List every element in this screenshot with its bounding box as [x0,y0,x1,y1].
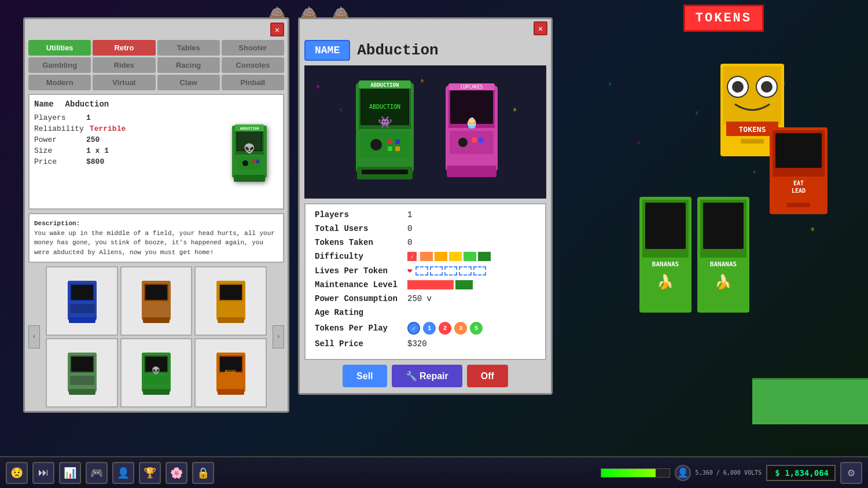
svg-text:⚡: ⚡ [339,107,343,113]
tab-retro[interactable]: Retro [93,40,155,56]
toolbar-stats-button[interactable]: 📊 [59,462,81,484]
machine-title: Abduction [357,42,438,59]
svg-text:♦: ♦ [316,83,320,91]
grid-item-5[interactable]: 👽 [120,338,193,408]
detail-age-rating-label: Age Rating [315,308,407,317]
toolbar-staff-button[interactable]: 👤 [112,462,134,484]
tab-gambling[interactable]: Gambling [28,57,91,73]
tab-racing[interactable]: Racing [157,57,220,73]
toolbar-games-button[interactable]: 🎮 [86,462,108,484]
svg-point-17 [761,81,773,93]
detail-players-value: 1 [407,210,412,219]
sell-button[interactable]: Sell [343,365,387,387]
maintenance-bar [407,280,473,289]
name-label: Name [34,100,54,109]
right-panel-close-button[interactable]: ✕ [534,21,547,35]
svg-rect-62 [219,304,243,313]
bottom-toolbar: 😟 ⏭ 📊 🎮 👤 🏆 🌸 🔒 👤 5,360 / 6,000 VOLTS $ … [0,456,868,488]
svg-rect-81 [304,65,546,199]
lives-bar: ❤️ [407,266,486,276]
difficulty-bar: ✓ [407,252,491,261]
grid-item-4[interactable] [46,338,118,408]
svg-rect-68 [69,389,95,395]
svg-text:LEAD: LEAD [792,188,806,194]
item-detail-card: Name Abduction Players 1 Reliability Ter… [28,94,284,210]
svg-rect-99 [395,140,400,144]
players-label: Players [34,113,80,122]
lives-seg-2 [430,266,443,276]
toolbar-decor-button[interactable]: 🌸 [165,462,187,484]
grid-item-3[interactable] [194,266,267,336]
scroll-right-button[interactable]: › [273,325,284,348]
tab-claw[interactable]: Claw [157,75,220,90]
svg-rect-111 [450,131,494,154]
tab-utilities[interactable]: Utilities [28,40,91,56]
svg-text:🧁: 🧁 [465,116,479,129]
grid-item-6[interactable]: BOOD [194,338,267,408]
detail-sell-price-label: Sell Price [315,339,407,348]
token-option-5[interactable]: 5 [470,322,483,335]
detail-power-value: 250 v [407,294,432,303]
tokens-per-play-selector: ✓ 1 2 3 5 [407,322,484,335]
grid-item-1[interactable] [46,266,118,336]
repair-button[interactable]: 🔧 Repair [392,365,462,387]
detail-total-users-value: 0 [407,224,412,233]
svg-text:ABDUCTION: ABDUCTION [369,104,400,110]
token-option-2[interactable]: 2 [439,322,451,335]
off-button[interactable]: Off [467,365,508,387]
diff-seg-5 [478,252,491,261]
price-value: $800 [86,157,104,166]
detail-sell-price-value: $320 [407,339,427,348]
tab-modern[interactable]: Modern [28,75,91,90]
scroll-left-button[interactable]: ‹ [28,325,40,348]
detail-tokens-taken-label: Tokens Taken [315,238,407,247]
tab-consoles[interactable]: Consoles [222,57,284,73]
grid-item-2[interactable] [120,266,193,336]
svg-rect-98 [388,140,392,144]
toolbar-fast-forward-button[interactable]: ⏭ [32,462,54,484]
token-option-3[interactable]: 3 [454,322,467,335]
svg-rect-53 [69,317,95,323]
svg-point-97 [370,139,382,151]
svg-point-114 [478,137,484,143]
toolbar-lock-button[interactable]: 🔒 [192,462,214,484]
svg-rect-101 [395,146,400,151]
maint-seg-2 [455,280,473,289]
detail-tokens-taken-value: 0 [407,238,412,247]
svg-text:👾: 👾 [378,115,392,130]
tab-tables[interactable]: Tables [157,40,220,56]
item-grid-container: ‹ [42,266,270,408]
tab-virtual[interactable]: Virtual [93,75,155,90]
svg-rect-67 [70,376,94,385]
heart-icon: ❤️ [407,266,412,276]
machine-detail-panel: ✕ NAME Abduction ♦ ⚡ ★ ♦ ⚡ ★ ♦ [298,17,553,395]
svg-text:🍌: 🍌 [715,273,732,291]
svg-rect-26 [787,203,810,207]
detail-power-label: Power Consumption [315,294,407,303]
diff-seg-4 [464,252,476,261]
token-option-selected[interactable]: ✓ [407,322,420,335]
svg-rect-100 [388,146,392,151]
svg-rect-51 [71,285,93,300]
action-buttons: Sell 🔧 Repair Off [300,365,551,393]
toolbar-emotion-button[interactable]: 😟 [6,462,28,484]
tab-shooter[interactable]: Shooter [222,40,284,56]
svg-rect-56 [145,285,167,300]
category-tabs: Utilities Retro Tables Shooter Gambling … [25,40,288,94]
settings-button[interactable]: ⚙ [840,462,862,484]
svg-text:BANANAS: BANANAS [652,260,679,268]
description-box: Description: You wake up in the middle o… [28,213,284,263]
power-bar [601,468,670,478]
machine-image-bg: ♦ ⚡ ★ ♦ ⚡ ★ ♦ ABDUCTION ABDUCTION [304,65,546,199]
left-panel-close-button[interactable]: ✕ [270,23,284,36]
toolbar-awards-button[interactable]: 🏆 [139,462,161,484]
svg-rect-63 [218,317,244,323]
svg-rect-57 [144,304,168,313]
tab-rides[interactable]: Rides [93,57,155,73]
tab-pinball[interactable]: Pinball [222,75,284,90]
machine-image-area: ♦ ⚡ ★ ♦ ⚡ ★ ♦ ABDUCTION ABDUCTION [304,65,546,199]
left-panel-header: ✕ [25,19,288,40]
token-option-1[interactable]: 1 [423,322,436,335]
svg-rect-58 [143,317,170,323]
power-bar-fill [601,469,656,477]
